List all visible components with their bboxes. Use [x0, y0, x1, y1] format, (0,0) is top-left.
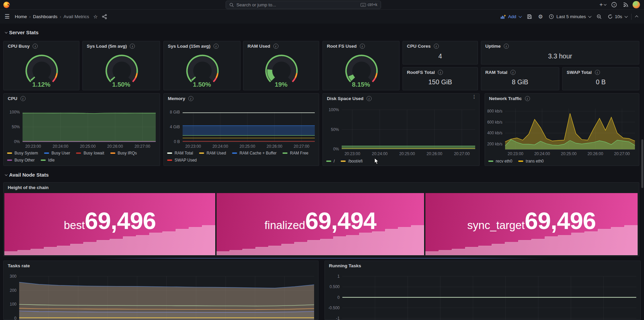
search-placeholder: Search or jump to... — [236, 2, 358, 7]
gauge-panel-3: RAM Usedi19% — [243, 41, 319, 90]
refresh-icon — [608, 14, 613, 19]
legend-color-chip — [167, 159, 172, 161]
help-icon[interactable]: ? — [608, 0, 620, 9]
y-axis-label: 50% — [4, 125, 20, 129]
legend-label: / — [334, 159, 335, 164]
legend-item[interactable]: Busy Other — [7, 158, 35, 163]
chain-stat-value: 69,494 — [305, 207, 376, 234]
legend-item[interactable]: /boot/efi — [341, 159, 363, 164]
new-button[interactable]: + — [597, 0, 608, 9]
stat-panel-ram-total-title-text: RAM Total — [485, 70, 507, 75]
legend-item[interactable]: Busy IRQs — [110, 151, 137, 155]
x-axis-label: 20:27:00 — [290, 144, 313, 149]
cpu-series-Idle — [23, 113, 156, 142]
page-scrollbar[interactable] — [641, 139, 643, 188]
gauge-panel-2-title-text: Sys Load (15m avg) — [168, 44, 211, 49]
y-axis-label: -0.500 — [325, 306, 340, 310]
x-axis-label: 20:23:00 — [22, 144, 45, 149]
info-icon[interactable]: i — [130, 44, 135, 49]
stat-panel-cpu-cores: CPU Coresi4 — [403, 41, 478, 64]
info-icon[interactable]: i — [504, 44, 509, 49]
y-axis-label: 0% — [323, 147, 339, 151]
zoom-out-button[interactable] — [594, 12, 605, 22]
collapse-toolbar-button[interactable] — [633, 12, 641, 22]
chain-stat-value: 69,496 — [85, 207, 156, 234]
legend-item[interactable]: Idle — [41, 158, 54, 163]
info-icon[interactable]: i — [510, 70, 516, 75]
legend-color-chip — [488, 161, 493, 162]
save-dashboard-button[interactable] — [524, 12, 535, 22]
legend-label: Busy Other — [14, 158, 35, 163]
x-axis-label: 20:24:00 — [368, 151, 391, 156]
time-range-picker[interactable]: Last 5 minutes — [546, 12, 594, 22]
share-icon[interactable] — [99, 12, 110, 21]
legend-item[interactable]: trans eth0 — [518, 159, 543, 164]
gauge-value: 19% — [243, 81, 319, 88]
legend-label: trans eth0 — [526, 159, 543, 164]
legend-item[interactable]: RAM Total — [167, 151, 193, 155]
legend-color-chip — [282, 152, 288, 154]
info-icon[interactable]: i — [273, 44, 278, 49]
news-rss-icon[interactable] — [620, 0, 631, 9]
legend-label: recv eth0 — [496, 159, 512, 164]
legend-item[interactable]: Busy Iowait — [76, 151, 104, 155]
mouse-cursor — [374, 158, 379, 165]
legend-item[interactable]: RAM Used — [199, 151, 226, 155]
legend-item[interactable]: RAM Free — [282, 151, 308, 155]
chain-stat-finalized: finalized69,494 — [217, 193, 424, 255]
refresh-interval-dropdown[interactable]: 10s — [614, 12, 630, 22]
x-axis-label: 20:25:00 — [236, 144, 259, 149]
info-icon[interactable]: i — [434, 44, 439, 49]
add-button[interactable]: Add — [497, 12, 524, 22]
x-axis-label: 20:24:00 — [530, 151, 554, 156]
stat-value-ram-total: 8 GiB — [481, 78, 559, 86]
gauge-panel-3-title: RAM Usedi — [248, 44, 278, 49]
chain-stat-label: sync_target — [467, 219, 525, 232]
dashboard-settings-button[interactable]: ⚙ — [535, 12, 546, 22]
top-nav: Search or jump to... ctrl+k + ? — [0, 0, 644, 10]
legend-item[interactable]: / — [326, 159, 335, 164]
info-icon[interactable]: i — [33, 44, 38, 49]
breadcrumb-dashboards[interactable]: Dashboards — [33, 14, 58, 19]
x-axis-label: 20:27:00 — [130, 144, 154, 149]
info-icon[interactable]: i — [360, 44, 365, 49]
chart-panel-disk: Disk Space Usedi⋮100%50%0%20:23:0020:24:… — [323, 93, 480, 166]
section-avail-node-stats[interactable]: Avail Node Stats — [5, 172, 49, 178]
info-icon[interactable]: i — [438, 70, 443, 75]
refresh-button[interactable] — [605, 12, 614, 22]
gauge-value: 1.50% — [83, 81, 160, 88]
section-server-stats[interactable]: Server Stats — [5, 30, 39, 35]
gauge-panel-3-title-text: RAM Used — [248, 44, 270, 49]
menu-hamburger-icon[interactable]: ☰ — [1, 12, 13, 21]
x-axis-label: 20:24:00 — [49, 144, 72, 149]
y-axis-label: 0 — [4, 316, 16, 320]
stat-panel-uptime: Uptimei3.3 hour — [481, 41, 639, 64]
x-axis-label: 20:25:00 — [557, 151, 580, 156]
legend-item[interactable]: RAM Cache + Buffer — [232, 151, 276, 155]
legend-memory: RAM TotalRAM UsedRAM Cache + BufferRAM F… — [167, 151, 315, 163]
stat-panel-swap-total: SWAP Totali0 B — [562, 67, 639, 90]
info-icon[interactable]: i — [214, 44, 219, 49]
legend-item[interactable]: recv eth0 — [488, 159, 512, 164]
grafana-logo-icon[interactable] — [3, 2, 10, 8]
legend-item[interactable]: Busy System — [7, 151, 38, 155]
stat-panel-cpu-cores-title-text: CPU Cores — [407, 44, 431, 49]
chain-stat-label: best — [64, 219, 85, 232]
chain-stat-text: sync_target69,496 — [467, 207, 596, 234]
legend-item[interactable]: Busy User — [44, 151, 70, 155]
chain-stat-text: best69,496 — [64, 207, 156, 234]
user-avatar[interactable] — [633, 1, 640, 8]
y-axis-label: 0 — [325, 295, 340, 300]
stat-panel-cpu-cores-title: CPU Coresi — [407, 44, 439, 49]
gauge-panel-2-title: Sys Load (15m avg)i — [168, 44, 219, 49]
stat-panel-ram-total-title: RAM Totali — [485, 70, 516, 75]
search-input[interactable]: Search or jump to... ctrl+k — [226, 1, 381, 9]
gauge-panel-2: Sys Load (15m avg)i1.50% — [163, 41, 240, 90]
chain-stat-value: 69,496 — [525, 207, 596, 234]
x-axis-label: 20:25:00 — [76, 144, 100, 149]
legend-item[interactable]: SWAP Used — [167, 158, 197, 163]
stat-panel-rootfs-total-title: RootFS Totali — [407, 70, 443, 75]
y-axis-label: 0% — [4, 139, 20, 144]
breadcrumb-home[interactable]: Home — [15, 14, 27, 19]
info-icon[interactable]: i — [595, 70, 600, 75]
